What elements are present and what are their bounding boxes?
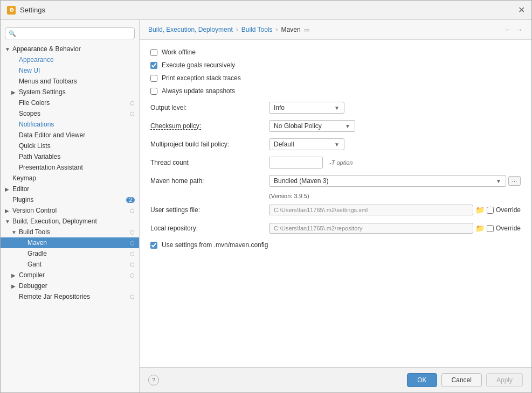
breadcrumb: Build, Execution, Deployment › Build Too… [140,20,531,40]
dropdown-arrow-icon: ▼ [334,105,340,111]
external-icon: ⬡ [130,262,135,268]
sidebar-item-maven[interactable]: Maven ⬡ [1,237,139,248]
work-offline-row: Work offline [150,48,521,56]
local-override-checkbox[interactable] [487,225,494,232]
cancel-button[interactable]: Cancel [441,373,482,387]
maven-home-value: Bundled (Maven 3) [274,177,328,185]
close-button[interactable]: ✕ [518,6,525,15]
sidebar-item-quick-lists[interactable]: Quick Lists [1,141,139,151]
sidebar-item-appearance[interactable]: Appearance [1,54,139,65]
dropdown-arrow-icon: ▼ [334,142,340,148]
sidebar-item-scopes[interactable]: Scopes ⬡ [1,108,139,119]
external-icon: ⬡ [130,208,135,214]
sidebar-item-appearance-behavior[interactable]: ▼ Appearance & Behavior [1,44,139,54]
user-settings-input[interactable] [269,205,473,215]
sidebar-item-editor[interactable]: ▶ Editor [1,184,139,194]
breadcrumb-sep2: › [276,26,278,33]
sidebar-item-compiler[interactable]: ▶ Compiler ⬡ [1,270,139,280]
t-option-label: -T option [329,159,353,166]
print-exception-label: Print exception stack traces [162,74,241,82]
always-update-checkbox[interactable] [150,88,157,95]
dropdown-arrow-icon: ▼ [345,123,350,129]
search-box[interactable]: 🔍 [5,27,135,39]
sidebar-item-gradle[interactable]: Gradle ⬡ [1,248,139,259]
forward-button[interactable]: → [515,25,523,34]
sidebar-item-label: Build, Execution, Deployment [12,217,97,225]
local-repo-folder-icon[interactable]: 📁 [475,224,485,233]
always-update-row: Always update snapshots [150,87,521,95]
sidebar-item-label: Debugger [19,282,47,290]
breadcrumb-part1[interactable]: Build, Execution, Deployment [148,26,233,33]
sidebar-item-data-editor[interactable]: Data Editor and Viewer [1,130,139,141]
arrow-icon: ▶ [11,272,17,278]
sidebar-item-build-tools[interactable]: ▼ Build Tools ⬡ [1,227,139,237]
use-settings-label: Use settings from .mvn/maven.config [162,241,268,249]
print-exception-checkbox[interactable] [150,75,157,82]
local-repo-label: Local repository: [150,224,269,232]
main-content: 🔍 ▼ Appearance & Behavior Appearance New… [1,20,531,392]
breadcrumb-part3: Maven [281,26,301,33]
sidebar-item-version-control[interactable]: ▶ Version Control ⬡ [1,205,139,216]
sidebar-item-label: System Settings [19,88,66,96]
sidebar-item-notifications[interactable]: Notifications [1,119,139,130]
sidebar-item-gant[interactable]: Gant ⬡ [1,259,139,270]
arrow-icon: ▶ [5,208,10,214]
sidebar-item-label: Appearance [19,56,54,64]
sidebar-item-label: Presentation Assistant [19,164,83,171]
output-level-label: Output level: [150,104,269,111]
sidebar-item-label: Menus and Toolbars [19,78,77,85]
sidebar-item-file-colors[interactable]: File Colors ⬡ [1,97,139,108]
arrow-icon: ▶ [11,89,17,95]
sidebar-item-label: Remote Jar Repositories [19,293,90,300]
apply-button[interactable]: Apply [486,373,523,387]
arrow-icon: ▶ [11,283,17,289]
sidebar-item-keymap[interactable]: Keymap [1,173,139,184]
search-input[interactable] [18,30,131,37]
maven-home-label: Maven home path: [150,177,269,185]
use-settings-checkbox[interactable] [150,242,157,249]
user-settings-folder-icon[interactable]: 📁 [475,206,485,214]
checksum-policy-label: Checksum policy: [150,122,269,130]
ok-button[interactable]: OK [407,373,437,387]
maven-home-browse-button[interactable]: ··· [508,176,521,186]
user-override-checkbox[interactable] [487,207,494,214]
sidebar-item-label: Keymap [12,174,36,182]
external-icon: ⬡ [130,111,135,117]
sidebar-item-plugins[interactable]: Plugins 2 [1,194,139,205]
checksum-policy-row: Checksum policy: No Global Policy ▼ [150,118,521,134]
sidebar-item-label: Path Variables [19,153,60,160]
sidebar-item-label: Plugins [12,196,33,203]
sidebar-item-debugger[interactable]: ▶ Debugger [1,280,139,291]
local-repo-input[interactable] [269,223,473,234]
arrow-icon: ▶ [5,186,10,192]
sidebar-item-presentation[interactable]: Presentation Assistant [1,162,139,173]
execute-goals-row: Execute goals recursively [150,61,521,69]
settings-window: ⚙ Settings ✕ 🔍 ▼ Appearance & Behavior A… [0,0,532,393]
checksum-policy-dropdown[interactable]: No Global Policy ▼ [269,120,355,132]
help-button[interactable]: ? [148,375,159,385]
sidebar-item-build-exec-deploy[interactable]: ▼ Build, Execution, Deployment [1,216,139,227]
sidebar-item-new-ui[interactable]: New UI [1,65,139,76]
sidebar-item-label: File Colors [19,99,50,107]
work-offline-checkbox[interactable] [150,49,157,56]
sidebar-item-path-variables[interactable]: Path Variables [1,151,139,162]
local-override-label: Override [496,224,521,232]
thread-count-input[interactable] [269,157,323,169]
sidebar-item-label: Gant [27,261,42,268]
multiproject-policy-value: Default [274,141,294,148]
sidebar-item-remote-jar[interactable]: Remote Jar Repositories ⬡ [1,291,139,302]
sidebar-item-label: Gradle [27,250,47,257]
user-settings-label: User settings file: [150,206,269,214]
maven-home-input[interactable]: Bundled (Maven 3) ▼ [269,175,506,187]
breadcrumb-part2[interactable]: Build Tools [241,26,273,33]
user-override-label: Override [496,206,521,214]
output-level-dropdown[interactable]: Info ▼ [269,102,344,114]
search-icon: 🔍 [9,30,16,37]
sidebar-item-menus-toolbars[interactable]: Menus and Toolbars [1,76,139,87]
multiproject-policy-dropdown[interactable]: Default ▼ [269,138,344,150]
maven-home-dropdown-arrow: ▼ [496,178,501,184]
execute-goals-checkbox[interactable] [150,62,157,69]
back-button[interactable]: ← [505,25,512,34]
user-settings-row: User settings file: 📁 Override [150,202,521,217]
sidebar-item-system-settings[interactable]: ▶ System Settings [1,87,139,97]
